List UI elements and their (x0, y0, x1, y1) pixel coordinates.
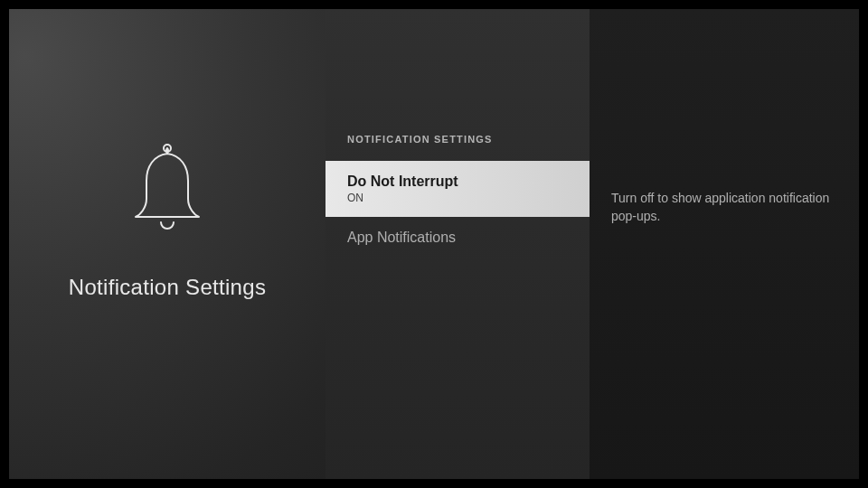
description-panel: Turn off to show application notificatio… (590, 9, 859, 479)
page-title: Notification Settings (69, 275, 266, 300)
menu-item-title: Do Not Interrupt (347, 174, 568, 190)
menu-item-app-notifications[interactable]: App Notifications (326, 217, 590, 258)
menu-item-title: App Notifications (347, 230, 568, 246)
left-panel: Notification Settings (9, 9, 326, 479)
bell-icon (122, 143, 212, 246)
item-description: Turn off to show application notificatio… (611, 190, 837, 225)
settings-frame: Notification Settings NOTIFICATION SETTI… (9, 9, 859, 479)
menu-item-subtitle: ON (347, 192, 568, 204)
menu-item-do-not-interrupt[interactable]: Do Not Interrupt ON (326, 161, 590, 217)
menu-panel: NOTIFICATION SETTINGS Do Not Interrupt O… (326, 9, 590, 479)
section-header: NOTIFICATION SETTINGS (326, 134, 590, 161)
